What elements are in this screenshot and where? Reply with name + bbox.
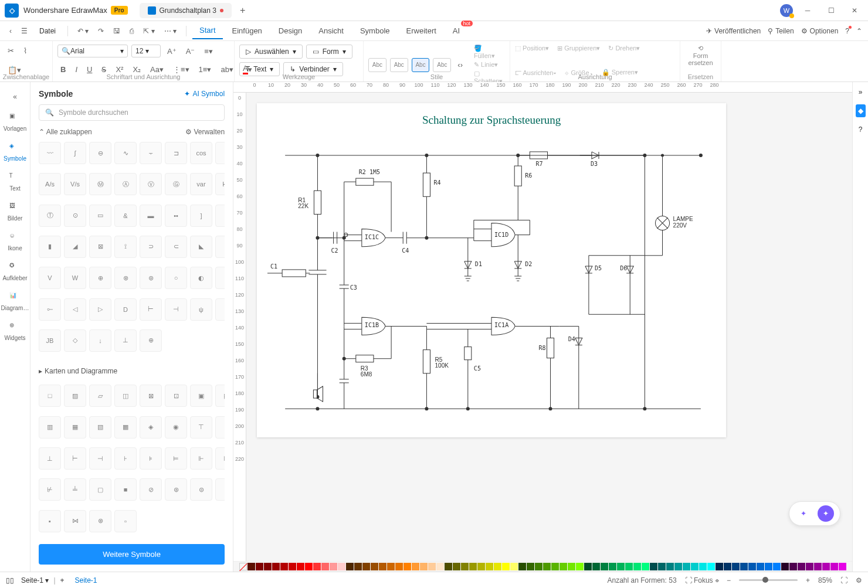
- color-swatch[interactable]: [387, 563, 395, 570]
- symbol-item[interactable]: ⊛: [165, 478, 187, 501]
- color-swatch[interactable]: [264, 563, 272, 570]
- color-swatch[interactable]: [428, 563, 436, 570]
- maximize-button[interactable]: ☐: [822, 4, 840, 18]
- save-button[interactable]: 🖫: [110, 25, 124, 38]
- color-swatch[interactable]: [535, 563, 542, 570]
- color-swatch[interactable]: [806, 563, 813, 570]
- symbol-item[interactable]: ▨: [64, 385, 86, 407]
- symbol-item[interactable]: Ⓜ: [89, 173, 111, 195]
- symbol-item[interactable]: ∿: [114, 142, 137, 164]
- symbol-item[interactable]: Ⓖ: [165, 173, 187, 195]
- symbol-item[interactable]: ]: [190, 205, 212, 227]
- properties-icon[interactable]: ◆: [856, 104, 866, 117]
- color-swatch[interactable]: [305, 563, 313, 570]
- symbol-item[interactable]: ■: [114, 478, 137, 501]
- leftbar-diagram[interactable]: 📊Diagram…: [0, 288, 30, 315]
- add-page-button[interactable]: +: [60, 576, 65, 584]
- color-swatch[interactable]: [707, 563, 715, 570]
- color-swatch[interactable]: [371, 563, 378, 570]
- shape-tool[interactable]: ▭ Form ▾: [306, 45, 352, 59]
- more-symbols-button[interactable]: Weitere Symbole: [39, 544, 225, 565]
- color-swatch[interactable]: [280, 563, 288, 570]
- color-swatch[interactable]: [576, 563, 584, 570]
- symbol-item[interactable]: ⊙: [64, 205, 86, 227]
- page-select[interactable]: Seite-1 ▾: [21, 576, 49, 584]
- color-swatch[interactable]: [789, 563, 797, 570]
- color-swatch[interactable]: [584, 563, 592, 570]
- symbol-item[interactable]: Ⓣ: [39, 205, 61, 227]
- symbol-item[interactable]: ⊩: [190, 447, 212, 470]
- symbol-item[interactable]: ○: [165, 267, 187, 289]
- symbol-item[interactable]: ↓: [89, 329, 111, 352]
- symbol-item[interactable]: JB: [39, 329, 61, 352]
- font-size-select[interactable]: 12 ▾: [131, 45, 161, 57]
- color-swatch[interactable]: [601, 563, 608, 570]
- symbol-item[interactable]: ∫: [64, 142, 86, 164]
- color-swatch[interactable]: [362, 563, 370, 570]
- symbol-item[interactable]: ⊠: [89, 236, 111, 258]
- export-button[interactable]: ⇱ ▾: [140, 25, 158, 38]
- group-button[interactable]: ⊞ Gruppieren▾: [557, 45, 600, 52]
- zoom-in-button[interactable]: +: [806, 576, 810, 584]
- color-swatch[interactable]: [683, 563, 690, 570]
- color-swatch[interactable]: [289, 563, 296, 570]
- page[interactable]: Schaltung zur Sprachsteuerung: [257, 103, 726, 437]
- color-swatch[interactable]: [461, 563, 469, 570]
- symbol-item[interactable]: ⋈: [64, 510, 86, 532]
- color-swatch[interactable]: [412, 563, 419, 570]
- color-swatch[interactable]: [658, 563, 666, 570]
- symbol-item[interactable]: A/s: [39, 173, 61, 195]
- symbol-item[interactable]: ▩: [114, 416, 137, 439]
- style-preset-2[interactable]: Abc: [390, 58, 408, 72]
- symbol-item[interactable]: Hz: [215, 173, 225, 195]
- focus-button[interactable]: ⛶ Fokus ⊕: [685, 576, 718, 584]
- symbol-item[interactable]: ◁: [64, 298, 86, 321]
- symbol-item[interactable]: V/s: [64, 173, 86, 195]
- style-preset-1[interactable]: Abc: [368, 58, 386, 72]
- leftbar-text[interactable]: TText: [0, 169, 30, 195]
- symbol-item[interactable]: ⊖: [89, 142, 111, 164]
- color-swatch[interactable]: [494, 563, 501, 570]
- color-swatch[interactable]: [716, 563, 723, 570]
- symbol-item[interactable]: ⊠: [140, 385, 162, 407]
- minimize-button[interactable]: ─: [799, 4, 816, 18]
- symbol-item[interactable]: ⊂: [165, 236, 187, 258]
- symbol-item[interactable]: ▢: [89, 478, 111, 501]
- help-icon[interactable]: ?: [859, 125, 863, 134]
- symbol-item[interactable]: ⊦: [114, 447, 137, 470]
- symbol-item[interactable]: ⊧: [140, 447, 162, 470]
- symbol-item[interactable]: ⊜: [190, 478, 212, 501]
- color-swatch[interactable]: [699, 563, 707, 570]
- publish-button[interactable]: ✈ Veröffentlichen: [706, 27, 761, 35]
- symbol-item[interactable]: ⊘: [140, 478, 162, 501]
- symbol-item[interactable]: W: [64, 267, 86, 289]
- symbol-item[interactable]: ◉: [165, 416, 187, 439]
- symbol-item[interactable]: ▥: [39, 416, 61, 439]
- symbol-item[interactable]: ⊣: [89, 447, 111, 470]
- symbol-item[interactable]: ▭: [89, 205, 111, 227]
- color-swatch[interactable]: [404, 563, 411, 570]
- document-tab[interactable]: Grundschaltplan 3: [140, 3, 232, 18]
- symbol-item[interactable]: ⟟: [114, 236, 137, 258]
- redo-button[interactable]: ↷: [94, 25, 107, 38]
- symbol-item[interactable]: ◣: [190, 236, 212, 258]
- symbol-item[interactable]: ◢: [64, 236, 86, 258]
- color-swatch[interactable]: [445, 563, 452, 570]
- color-swatch[interactable]: [642, 563, 649, 570]
- symbol-item[interactable]: ⊥: [114, 329, 137, 352]
- color-swatch[interactable]: [551, 563, 559, 570]
- color-swatch[interactable]: [625, 563, 633, 570]
- symbol-item[interactable]: ⊬: [39, 478, 61, 501]
- options-button[interactable]: ⚙ Optionen: [801, 27, 839, 35]
- tab-design[interactable]: Design: [272, 23, 309, 39]
- magic-fab-button[interactable]: ✦: [818, 505, 834, 522]
- symbol-item[interactable]: Ⓐ: [114, 173, 137, 195]
- color-swatch[interactable]: [830, 563, 838, 570]
- symbol-item[interactable]: ○: [215, 416, 225, 439]
- close-button[interactable]: ✕: [846, 4, 863, 18]
- symbol-item[interactable]: ⊣: [165, 298, 187, 321]
- user-avatar[interactable]: W: [780, 4, 793, 17]
- symbol-item[interactable]: ▱: [89, 385, 111, 407]
- color-swatch[interactable]: [666, 563, 674, 570]
- leftbar-widgets[interactable]: ⊕Widgets: [0, 318, 30, 345]
